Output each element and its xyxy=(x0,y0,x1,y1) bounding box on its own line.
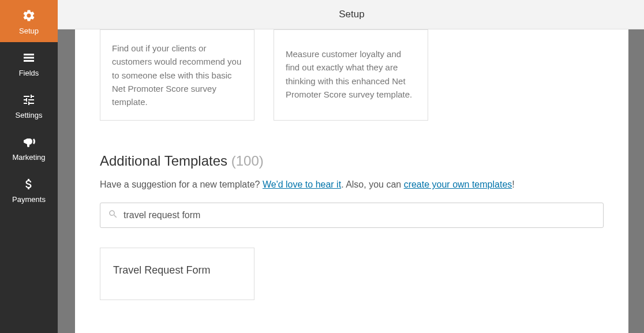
sidebar-item-label: Setup xyxy=(19,27,39,35)
suggestion-suffix: ! xyxy=(512,179,514,189)
bullhorn-icon xyxy=(22,134,36,149)
gear-icon xyxy=(22,8,36,23)
result-cards-row: Travel Request Form xyxy=(100,248,604,300)
template-count: (100) xyxy=(231,153,264,169)
sidebar-item-fields[interactable]: Fields xyxy=(0,42,58,84)
main-area: Setup Find out if your clients or custom… xyxy=(58,0,644,333)
content: Find out if your clients or customers wo… xyxy=(75,29,628,333)
template-card[interactable]: Form Measure customer loyalty and find o… xyxy=(274,29,428,121)
sidebar-item-marketing[interactable]: Marketing xyxy=(0,126,58,169)
template-card-description: Measure customer loyalty and find out ex… xyxy=(286,47,416,101)
suggestion-text: Have a suggestion for a new template? We… xyxy=(100,179,604,190)
sidebar-item-settings[interactable]: Settings xyxy=(0,84,58,126)
template-card-description: Find out if your clients or customers wo… xyxy=(112,42,242,108)
sidebar: Setup Fields Settings Marketing Payments xyxy=(0,0,58,333)
page-header: Setup xyxy=(58,0,644,29)
search-icon xyxy=(108,209,118,222)
sidebar-item-label: Fields xyxy=(19,69,39,77)
sliders-icon xyxy=(22,92,36,107)
dollar-icon xyxy=(22,177,36,192)
sidebar-item-setup[interactable]: Setup xyxy=(0,0,58,42)
suggestion-link-feedback[interactable]: We'd love to hear it xyxy=(263,179,341,189)
result-card-title: Travel Request Form xyxy=(113,264,241,276)
list-icon xyxy=(22,50,36,65)
sidebar-item-label: Settings xyxy=(16,111,43,119)
suggestion-link-create[interactable]: create your own templates xyxy=(404,179,512,189)
search-container xyxy=(100,203,604,228)
suggestion-middle: . Also, you can xyxy=(341,179,404,189)
template-search-input[interactable] xyxy=(100,203,604,228)
additional-templates-heading: Additional Templates (100) xyxy=(100,153,604,169)
sidebar-item-payments[interactable]: Payments xyxy=(0,169,58,211)
template-card[interactable]: Find out if your clients or customers wo… xyxy=(100,29,254,121)
sidebar-item-label: Payments xyxy=(12,195,46,204)
suggestion-prefix: Have a suggestion for a new template? xyxy=(100,179,263,189)
sidebar-item-label: Marketing xyxy=(12,153,45,162)
template-cards-row: Find out if your clients or customers wo… xyxy=(100,29,604,121)
result-card[interactable]: Travel Request Form xyxy=(100,248,254,300)
content-wrapper: Find out if your clients or customers wo… xyxy=(58,29,644,333)
heading-text: Additional Templates xyxy=(100,153,227,169)
page-title: Setup xyxy=(339,9,364,20)
